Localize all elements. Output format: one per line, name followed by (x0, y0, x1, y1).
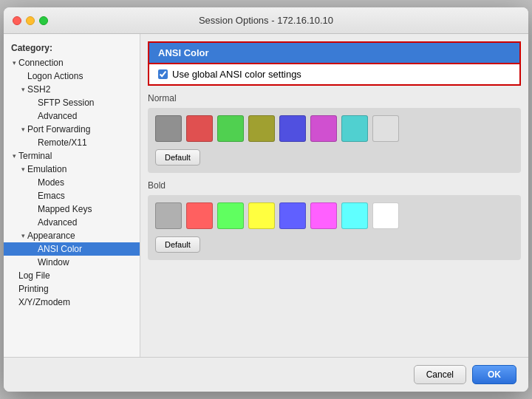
checkbox-row: Use global ANSI color settings (148, 64, 521, 86)
color-swatch-3[interactable] (248, 115, 275, 142)
color-swatch-2[interactable] (217, 202, 244, 229)
sidebar-item-label-ansi-color: ANSI Color (38, 244, 82, 254)
sidebar-item-label-logon-actions: Logon Actions (27, 71, 83, 81)
sidebar-item-advanced-ssh[interactable]: Advanced (4, 109, 140, 123)
sidebar-item-logon-actions[interactable]: Logon Actions (4, 69, 140, 83)
normal-default-button[interactable]: Default (155, 149, 200, 166)
maximize-button[interactable] (39, 16, 48, 25)
sidebar-item-label-emacs: Emacs (38, 191, 65, 201)
sidebar-item-emulation[interactable]: ▾Emulation (4, 163, 140, 176)
category-label: Category: (4, 40, 140, 56)
traffic-lights (13, 16, 48, 25)
sidebar-item-label-remote-x11: Remote/X11 (38, 137, 87, 148)
session-options-window: Session Options - 172.16.10.10 Category:… (4, 7, 528, 392)
sidebar-item-xyzmodem[interactable]: X/Y/Zmodem (4, 296, 140, 309)
main-panel: ANSI Color Use global ANSI color setting… (140, 34, 528, 357)
color-swatch-7[interactable] (372, 202, 399, 229)
bold-section: Bold Default (148, 180, 521, 260)
sidebar-item-connection[interactable]: ▾Connection (4, 56, 140, 69)
color-swatch-0[interactable] (155, 115, 182, 142)
color-swatch-7[interactable] (372, 115, 399, 142)
main-content: Category: ▾ConnectionLogon Actions▾SSH2S… (4, 34, 528, 357)
normal-colors-container: Default (148, 108, 521, 173)
sidebar-item-ansi-color[interactable]: ANSI Color (4, 242, 140, 256)
color-swatch-3[interactable] (248, 202, 275, 229)
sidebar-item-label-log-file: Log File (18, 270, 50, 281)
checkbox-label: Use global ANSI color settings (172, 69, 301, 80)
ansi-color-header: ANSI Color (148, 41, 521, 64)
ssh2-triangle-icon: ▾ (18, 86, 27, 93)
emulation-triangle-icon: ▾ (18, 166, 27, 173)
color-swatch-0[interactable] (155, 202, 182, 229)
sidebar-item-remote-x11[interactable]: Remote/X11 (4, 136, 140, 149)
sidebar-item-sftp-session[interactable]: SFTP Session (4, 96, 140, 109)
cancel-button[interactable]: Cancel (414, 365, 466, 384)
bold-default-button[interactable]: Default (155, 236, 200, 253)
sidebar-item-ssh2[interactable]: ▾SSH2 (4, 83, 140, 96)
color-swatch-1[interactable] (186, 115, 213, 142)
sidebar-item-label-window: Window (38, 257, 69, 267)
footer: Cancel OK (4, 357, 528, 392)
sidebar-item-label-appearance: Appearance (27, 231, 75, 241)
color-swatch-2[interactable] (217, 115, 244, 142)
sidebar-item-label-ssh2: SSH2 (27, 84, 50, 95)
sidebar-item-printing[interactable]: Printing (4, 282, 140, 296)
sidebar-item-label-advanced-term: Advanced (38, 217, 77, 228)
sidebar-item-label-emulation: Emulation (27, 164, 66, 174)
window-title: Session Options - 172.16.10.10 (199, 15, 333, 26)
normal-section: Normal Default (148, 93, 521, 173)
sidebar-item-log-file[interactable]: Log File (4, 269, 140, 282)
close-button[interactable] (13, 16, 21, 25)
sidebar-item-label-mapped-keys: Mapped Keys (38, 204, 92, 214)
terminal-triangle-icon: ▾ (10, 152, 18, 160)
port-forwarding-triangle-icon: ▾ (18, 126, 27, 133)
sidebar-item-mapped-keys[interactable]: Mapped Keys (4, 202, 140, 216)
sidebar-item-label-advanced-ssh: Advanced (38, 111, 77, 121)
sidebar-item-terminal[interactable]: ▾Terminal (4, 149, 140, 163)
sidebar-item-label-connection: Connection (18, 58, 64, 68)
global-ansi-checkbox[interactable] (158, 69, 168, 79)
sidebar-item-window[interactable]: Window (4, 256, 140, 269)
connection-triangle-icon: ▾ (10, 59, 18, 66)
normal-color-row (155, 115, 514, 142)
bold-color-row (155, 202, 514, 229)
color-swatch-5[interactable] (310, 202, 337, 229)
minimize-button[interactable] (26, 16, 35, 25)
bold-label: Bold (148, 180, 521, 191)
ok-button[interactable]: OK (472, 365, 516, 384)
bold-colors-container: Default (148, 195, 521, 260)
color-swatch-4[interactable] (279, 202, 306, 229)
sidebar-item-modes[interactable]: Modes (4, 176, 140, 189)
appearance-triangle-icon: ▾ (18, 232, 27, 239)
sidebar-item-label-sftp-session: SFTP Session (38, 98, 94, 108)
titlebar: Session Options - 172.16.10.10 (4, 7, 528, 34)
color-swatch-6[interactable] (341, 115, 368, 142)
sidebar-item-label-modes: Modes (38, 177, 64, 188)
sidebar-item-port-forwarding[interactable]: ▾Port Forwarding (4, 123, 140, 136)
sidebar-item-label-terminal: Terminal (18, 151, 52, 161)
sidebar-item-advanced-term[interactable]: Advanced (4, 216, 140, 229)
sidebar-item-label-printing: Printing (18, 284, 49, 294)
color-swatch-5[interactable] (310, 115, 337, 142)
sidebar-item-appearance[interactable]: ▾Appearance (4, 229, 140, 242)
sidebar-item-label-port-forwarding: Port Forwarding (27, 124, 90, 134)
normal-label: Normal (148, 93, 521, 103)
sidebar-item-emacs[interactable]: Emacs (4, 189, 140, 202)
sidebar-item-label-xyzmodem: X/Y/Zmodem (18, 297, 70, 307)
color-swatch-6[interactable] (341, 202, 368, 229)
sidebar: Category: ▾ConnectionLogon Actions▾SSH2S… (4, 34, 140, 357)
color-swatch-4[interactable] (279, 115, 306, 142)
color-swatch-1[interactable] (186, 202, 213, 229)
